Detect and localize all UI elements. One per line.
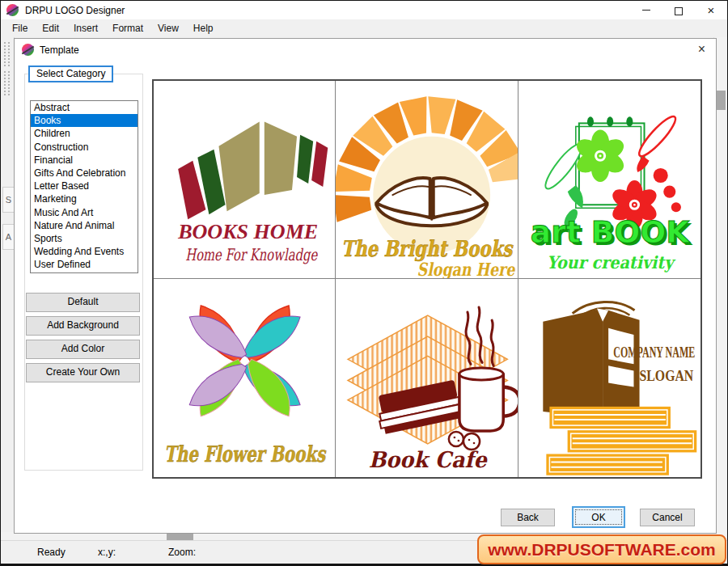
category-item-abstract[interactable]: Abstract [31,101,138,114]
category-item-books-selected[interactable]: Books [31,114,138,127]
menu-bar: File Edit Insert Format View Help [1,19,727,37]
green-flower-icon [573,129,627,182]
app-window: DRPU LOGO Designer × File Edit Insert Fo… [0,0,728,566]
restore-icon [675,7,683,15]
status-coordinates: x:,y: [98,547,116,558]
create-your-own-button[interactable]: Create Your Own [26,363,140,382]
template-cell-art-book[interactable]: art BOOK art BOOK Your creativity [518,81,700,279]
minimize-icon [642,10,650,11]
template-title: The Flower Books [164,441,326,467]
add-background-button[interactable]: Add Background [26,316,140,336]
status-zoom: Zoom: [168,547,196,558]
select-category-label: Select Category [28,65,113,82]
flower-petals-icon [189,306,300,416]
template-slogan: Your creativity [547,252,676,272]
category-item-children[interactable]: Children [31,127,138,140]
restore-button[interactable] [662,1,695,19]
template-cell-company-name[interactable]: COMPANY NAME SLOGAN [518,279,700,477]
category-item-music-art[interactable]: Music And Art [31,206,138,219]
title-bar: DRPU LOGO Designer × [1,1,727,19]
minimize-button[interactable] [630,1,662,19]
template-cell-flower-books[interactable]: The Flower Books [154,279,336,477]
category-item-nature-animal[interactable]: Nature And Animal [31,219,138,232]
add-color-button[interactable]: Add Color [26,340,140,359]
category-item-marketing[interactable]: Marketing [31,192,138,205]
template-grid: BOOKS HOME Home For Knowladge [152,79,702,479]
side-tab-s[interactable]: S [2,187,14,213]
amber-books-stack-icon [546,407,696,475]
close-button[interactable]: × [695,1,727,19]
template-title: Book Cafe [369,446,488,472]
template-title: BOOKS HOME [177,220,318,243]
ok-button[interactable]: OK [572,506,625,528]
category-item-gifts[interactable]: Gifts And Celebration [31,167,138,180]
left-toolbar: S A [1,37,15,532]
template-cell-book-cafe[interactable]: Book Cafe [336,279,518,477]
menu-edit[interactable]: Edit [35,20,66,36]
window-title: DRPU LOGO Designer [25,5,125,16]
dialog-close-icon[interactable]: × [698,42,705,57]
template-title: art BOOK [531,214,692,250]
coffee-mug-icon [459,307,517,431]
menu-view[interactable]: View [150,20,186,36]
category-item-wedding[interactable]: Wedding And Events [31,245,138,258]
menu-format[interactable]: Format [105,20,150,36]
menu-file[interactable]: File [5,20,35,36]
category-listbox[interactable]: Abstract Books Children Construction Fin… [30,100,138,273]
toolbar-grip-icon [4,42,10,66]
side-tab-a[interactable]: A [2,224,14,250]
status-ready: Ready [37,547,66,558]
dialog-logo-icon [22,44,34,56]
dialog-title: Template [40,44,79,56]
template-title: The Bright Books [341,235,514,262]
menu-insert[interactable]: Insert [66,20,105,36]
template-slogan: Slogan Here [417,259,516,278]
toolbar-grip-icon [4,71,10,95]
template-title: COMPANY NAME [613,344,695,361]
category-item-user-defined[interactable]: User Defined [31,258,138,271]
vertical-scrollbar-thumb[interactable] [716,91,726,110]
window-controls: × [630,1,727,19]
category-item-sports[interactable]: Sports [31,232,138,245]
category-item-letter-based[interactable]: Letter Based [31,180,138,192]
app-logo-icon [6,4,19,16]
website-banner: www.DRPUSOFTWARE.com [477,534,726,564]
template-slogan: Home For Knowladge [185,245,318,264]
back-button[interactable]: Back [501,509,555,526]
workspace: S A Ready x:,y: Zoom: Template × Select … [1,37,727,565]
category-item-construction[interactable]: Construction [31,141,138,154]
category-item-financial[interactable]: Financial [31,154,138,167]
default-button[interactable]: Default [26,293,140,312]
cancel-button[interactable]: Cancel [640,509,695,526]
template-cell-bright-books[interactable]: The Bright Books Slogan Here [336,81,518,279]
template-slogan: SLOGAN [639,368,693,384]
template-cell-books-home[interactable]: BOOKS HOME Home For Knowladge [154,81,336,279]
template-dialog: Template × Select Category Abstract Book… [14,38,717,534]
menu-help[interactable]: Help [186,20,221,36]
